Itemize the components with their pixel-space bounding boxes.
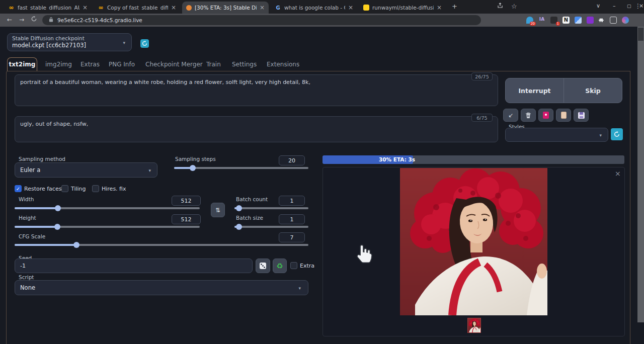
- apply-style-button[interactable]: [556, 109, 571, 122]
- reload-icon[interactable]: [31, 16, 37, 23]
- batch-count-slider[interactable]: [234, 207, 308, 209]
- tab-close-icon[interactable]: ×: [83, 4, 88, 11]
- tab-img2img[interactable]: img2img: [45, 61, 72, 68]
- negative-prompt-box: ugly, out of shape, nsfw,: [15, 116, 498, 142]
- batch-count-value[interactable]: 1: [279, 196, 305, 206]
- extra-seed-checkbox[interactable]: [290, 262, 297, 269]
- colab-icon: ∞: [8, 5, 15, 11]
- extension-notion-icon[interactable]: N: [562, 17, 570, 24]
- batch-size-slider[interactable]: [234, 226, 308, 228]
- hires-fix-label: Hires. fix: [102, 186, 126, 192]
- styles-refresh-button[interactable]: [611, 128, 623, 140]
- script-value: None: [20, 284, 35, 291]
- bookmark-star-icon[interactable]: ☆: [511, 3, 517, 10]
- maximize-button[interactable]: ▢: [627, 4, 631, 9]
- interrupt-button[interactable]: Interrupt: [506, 78, 564, 103]
- prompt-input[interactable]: portrait of a beautiful woman, wearing a…: [15, 74, 498, 106]
- tab-settings[interactable]: Settings: [232, 61, 257, 68]
- slider-knob[interactable]: [54, 224, 60, 230]
- sampling-steps-slider[interactable]: [174, 167, 308, 169]
- seed-input[interactable]: [15, 259, 252, 273]
- cfg-scale-slider[interactable]: [15, 244, 308, 246]
- browser-tab-active[interactable]: [30% ETA: 3s] Stable Diffusion ×: [182, 2, 269, 14]
- extension-camera-icon[interactable]: 1: [550, 17, 557, 24]
- tab-txt2img[interactable]: txt2img: [7, 57, 37, 71]
- tab-close-icon[interactable]: ×: [348, 4, 353, 11]
- google-icon: G: [275, 5, 281, 11]
- share-icon[interactable]: [497, 3, 503, 10]
- slider-knob[interactable]: [55, 205, 61, 211]
- sampling-method-dropdown[interactable]: Euler a ▾: [15, 162, 157, 178]
- extension-blue-icon[interactable]: [575, 17, 582, 24]
- tab-extras[interactable]: Extras: [80, 61, 100, 68]
- width-slider[interactable]: [15, 207, 200, 209]
- styles-dropdown[interactable]: ▾: [505, 128, 608, 142]
- tab-train[interactable]: Train: [206, 61, 221, 68]
- browser-tab-1[interactable]: ∞ fast_stable_diffusion_AUTOMA ×: [4, 2, 92, 14]
- tab-png-info[interactable]: PNG Info: [109, 61, 135, 68]
- browser-tab-2[interactable]: ∞ Copy of fast_stable_diffusion_ ×: [94, 2, 180, 14]
- back-icon[interactable]: ←: [7, 16, 12, 23]
- browser-menu-icon[interactable]: ⋮: [635, 3, 641, 10]
- pin-badge: 20: [530, 22, 536, 26]
- tab-close-icon[interactable]: ×: [260, 4, 265, 11]
- restore-faces-checkbox[interactable]: ✓: [15, 185, 22, 192]
- slider-knob[interactable]: [73, 242, 79, 248]
- forward-icon[interactable]: →: [19, 16, 24, 23]
- cfg-scale-value[interactable]: 7: [279, 232, 305, 242]
- height-value[interactable]: 512: [172, 214, 201, 224]
- gallery-thumbnail[interactable]: [467, 318, 481, 333]
- negative-token-counter: 6/75: [471, 114, 493, 122]
- paste-params-button[interactable]: ↙: [503, 109, 518, 122]
- extra-seed-label: Extra: [300, 263, 314, 269]
- batch-size-value[interactable]: 1: [279, 214, 305, 224]
- slider-knob[interactable]: [236, 205, 242, 211]
- recycle-icon: ♻: [276, 262, 283, 271]
- extension-pin-icon[interactable]: 20: [526, 17, 533, 24]
- progress-bar: 30% ETA: 3s: [323, 155, 624, 164]
- reuse-seed-button[interactable]: ♻: [273, 259, 287, 273]
- sampling-method-label: Sampling method: [19, 156, 65, 162]
- cfg-scale-label: CFG Scale: [19, 233, 45, 239]
- tab-close-icon[interactable]: ×: [437, 4, 442, 11]
- height-slider[interactable]: [15, 226, 200, 228]
- scrollbar-thumb[interactable]: [638, 28, 643, 41]
- skip-button[interactable]: Skip: [564, 78, 622, 103]
- slider-knob[interactable]: [190, 165, 196, 171]
- tab-extensions[interactable]: Extensions: [267, 61, 299, 68]
- gallery-close-icon[interactable]: ×: [615, 169, 621, 178]
- extension-purple-icon[interactable]: [587, 17, 594, 24]
- browser-tab-5[interactable]: runwayml/stable-diffusion-v1 ×: [359, 2, 446, 14]
- extensions-puzzle-icon[interactable]: [599, 17, 606, 24]
- generated-image[interactable]: [400, 168, 547, 315]
- extension-ia-icon[interactable]: IA: [538, 17, 545, 24]
- tab-checkpoint-merger[interactable]: Checkpoint Merger: [145, 61, 203, 68]
- dice-icon: [260, 263, 266, 269]
- tab-close-icon[interactable]: ×: [171, 4, 176, 11]
- script-dropdown[interactable]: None ▾: [15, 280, 308, 295]
- clear-prompt-button[interactable]: [521, 109, 536, 122]
- browser-tab-4[interactable]: G what is google colab - Googl ×: [271, 2, 357, 14]
- sidebar-panel-icon[interactable]: [610, 17, 617, 24]
- checkpoint-dropdown[interactable]: Stable Diffusion checkpoint model.ckpt […: [7, 33, 132, 51]
- tiling-checkbox[interactable]: [61, 185, 68, 192]
- page-scrollbar[interactable]: [637, 27, 644, 322]
- url-text: 9e5e6cc2-c519-4dc5.gradio.live: [57, 17, 142, 23]
- sampling-steps-value[interactable]: 20: [279, 155, 305, 165]
- width-value[interactable]: 512: [172, 196, 201, 206]
- tab-search-icon[interactable]: ∨: [596, 3, 600, 9]
- random-seed-button[interactable]: [256, 259, 270, 273]
- height-label: Height: [19, 215, 36, 221]
- save-style-button[interactable]: [574, 109, 589, 122]
- checkpoint-label: Stable Diffusion checkpoint: [12, 35, 85, 41]
- new-tab-button[interactable]: +: [452, 3, 457, 10]
- address-bar[interactable]: 9e5e6cc2-c519-4dc5.gradio.live: [42, 15, 481, 25]
- style-palette-button[interactable]: [538, 109, 553, 122]
- hires-fix-checkbox[interactable]: [92, 185, 99, 192]
- profile-avatar[interactable]: [622, 17, 629, 24]
- minimize-button[interactable]: –: [613, 3, 616, 9]
- checkpoint-refresh-button[interactable]: [140, 39, 149, 48]
- negative-prompt-input[interactable]: ugly, out of shape, nsfw,: [15, 116, 498, 142]
- slider-knob[interactable]: [236, 224, 242, 230]
- swap-dimensions-button[interactable]: ⇅: [211, 203, 225, 217]
